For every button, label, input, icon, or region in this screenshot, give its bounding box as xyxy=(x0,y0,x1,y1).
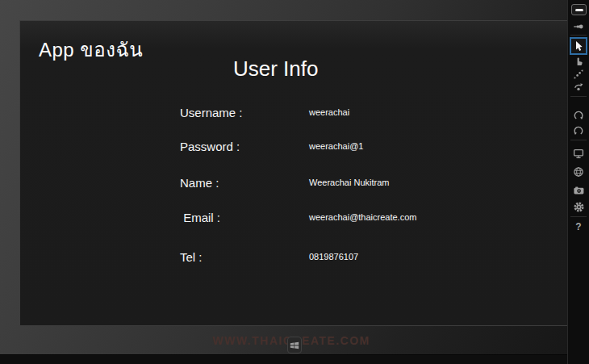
toolbar-separator xyxy=(570,35,587,36)
password-label: Password : xyxy=(180,140,309,153)
name-value: Weerachai Nukitram xyxy=(309,176,389,187)
change-resolution-button[interactable] xyxy=(570,146,587,161)
rotate-touch-icon xyxy=(573,82,584,93)
minimize-button[interactable] xyxy=(571,4,587,15)
basic-touch-mode-button[interactable] xyxy=(570,53,587,68)
tel-value: 0819876107 xyxy=(309,250,358,261)
gear-icon xyxy=(573,201,585,213)
app-title: App ของฉัน xyxy=(39,34,143,65)
tel-label: Tel : xyxy=(180,250,309,264)
help-button[interactable]: ? xyxy=(570,220,587,234)
field-row-username: Username : weerachai xyxy=(180,106,349,119)
globe-icon xyxy=(573,166,584,178)
page-heading: User Info xyxy=(233,56,319,82)
app-screen[interactable]: App ของฉัน User Info Username : weeracha… xyxy=(20,21,568,325)
hand-icon xyxy=(573,55,584,66)
windows-logo-icon xyxy=(290,341,299,350)
rotate-cw-icon xyxy=(573,110,584,121)
field-row-email: Email : weerachai@thaicreate.com xyxy=(180,211,416,224)
rotate-clockwise-button[interactable] xyxy=(570,108,587,123)
email-label: Email : xyxy=(180,211,309,224)
question-mark-icon: ? xyxy=(575,222,581,232)
copy-screenshot-button[interactable] xyxy=(570,183,587,198)
email-value: weerachai@thaicreate.com xyxy=(309,211,416,222)
windows-simulator-window: App ของฉัน User Info Username : weeracha… xyxy=(0,0,589,364)
minimize-icon xyxy=(575,9,583,11)
cursor-icon xyxy=(573,40,584,52)
password-value: weerachai@1 xyxy=(309,140,363,151)
always-on-top-button[interactable] xyxy=(570,19,587,34)
field-row-name: Name : Weerachai Nukitram xyxy=(180,176,389,190)
monitor-icon xyxy=(573,148,584,159)
windows-home-button[interactable] xyxy=(287,337,302,354)
screenshot-settings-button[interactable] xyxy=(570,199,587,214)
rotation-touch-button[interactable] xyxy=(570,80,587,94)
simulator-toolbar: ? xyxy=(567,0,589,364)
set-location-button[interactable] xyxy=(570,165,587,179)
window-bottom-edge xyxy=(0,354,589,364)
name-label: Name : xyxy=(180,176,309,190)
field-row-password: Password : weerachai@1 xyxy=(180,140,363,153)
rotate-counterclockwise-button[interactable] xyxy=(570,123,587,138)
username-label: Username : xyxy=(180,106,309,119)
toolbar-separator xyxy=(570,216,587,217)
username-value: weerachai xyxy=(309,106,349,117)
camera-icon xyxy=(573,185,585,196)
pin-icon xyxy=(573,21,584,32)
rotate-ccw-icon xyxy=(573,125,584,136)
mouse-mode-button[interactable] xyxy=(570,37,587,55)
field-row-tel: Tel : 0819876107 xyxy=(180,250,358,264)
toolbar-separator xyxy=(570,96,587,97)
pinch-icon xyxy=(573,69,584,80)
toolbar-separator xyxy=(570,140,587,140)
